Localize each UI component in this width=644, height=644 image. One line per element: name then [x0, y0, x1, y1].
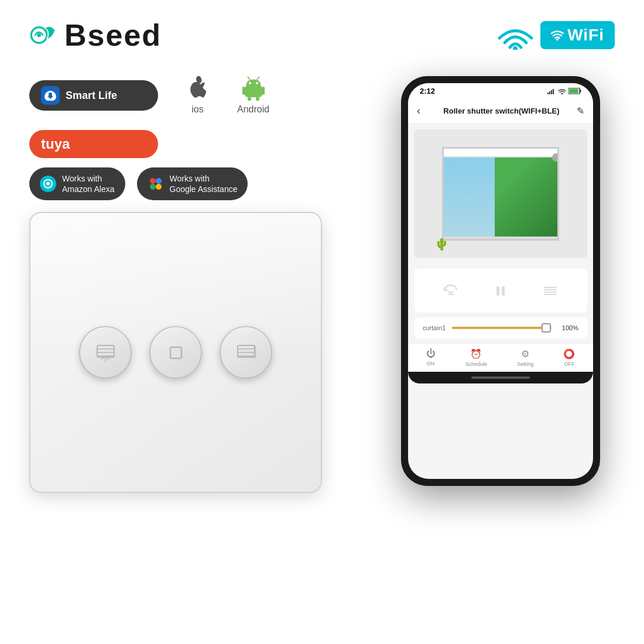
- signal-icon: [547, 88, 556, 94]
- header: Bseed WiFi: [0, 0, 644, 64]
- slider-thumb[interactable]: [542, 323, 551, 333]
- switch-device: [29, 212, 322, 493]
- phone-time: 2:12: [420, 87, 435, 95]
- nav-schedule[interactable]: ⏰ Schedule: [465, 348, 488, 367]
- svg-rect-39: [553, 89, 554, 94]
- right-panel: 2:12: [386, 70, 615, 493]
- window-illustration: 🌵: [414, 129, 587, 258]
- svg-point-40: [561, 93, 563, 94]
- alexa-icon: [40, 176, 56, 192]
- roll-up-icon: [93, 340, 119, 366]
- platform-row: ios: [187, 76, 269, 115]
- switch-buttons: [79, 326, 272, 379]
- nav-setting[interactable]: ⚙ Setting: [517, 348, 533, 367]
- tuya-badge: tuya: [29, 130, 158, 158]
- wifi-badge: WiFi: [496, 20, 615, 50]
- badges-area: Smart Life ios: [29, 70, 363, 200]
- pause-button[interactable]: [487, 278, 513, 304]
- phone-bottom-nav: ⏻ ON ⏰ Schedule ⚙ Setting ⭕ OFF: [408, 343, 593, 372]
- wifi-label-box: WiFi: [540, 21, 615, 49]
- window-frame: [442, 147, 559, 241]
- cactus-decoration: 🌵: [434, 237, 449, 251]
- rotate-button[interactable]: [437, 278, 464, 304]
- rotate-icon: [440, 280, 461, 302]
- off-icon: ⭕: [563, 348, 575, 359]
- svg-rect-38: [551, 90, 552, 94]
- brand-icon: [29, 20, 59, 50]
- stop-icon: [163, 340, 189, 366]
- svg-rect-27: [170, 347, 181, 358]
- google-icon: [148, 176, 164, 192]
- wifi-status-icon: [558, 88, 566, 94]
- screen-title: Roller shutter switch(WIFI+BLE): [426, 107, 577, 115]
- roll-down-icon: [233, 340, 259, 366]
- svg-rect-28: [238, 345, 255, 357]
- switch-btn-stop[interactable]: [149, 326, 202, 379]
- svg-rect-45: [502, 286, 505, 296]
- svg-point-6: [249, 82, 251, 84]
- svg-point-16: [150, 178, 156, 184]
- svg-line-9: [257, 77, 259, 80]
- android-platform: Android: [237, 76, 269, 115]
- nav-off[interactable]: ⭕ OFF: [563, 348, 575, 367]
- compatibility-row: Works with Amazon Alexa Wor: [29, 167, 363, 200]
- svg-rect-43: [570, 89, 578, 94]
- slider-value: 100%: [558, 324, 578, 331]
- ios-label: ios: [191, 104, 203, 115]
- svg-point-3: [556, 39, 559, 41]
- wifi-icon-small: [551, 30, 564, 40]
- home-indicator: [408, 372, 593, 383]
- back-button[interactable]: ‹: [417, 105, 420, 117]
- svg-line-8: [248, 77, 250, 80]
- schedule-icon: ⏰: [470, 348, 482, 359]
- svg-rect-42: [580, 90, 581, 93]
- smart-life-icon: [41, 86, 60, 105]
- svg-point-1: [37, 33, 41, 37]
- blind-handle: [552, 153, 559, 162]
- wifi-label-text: WiFi: [567, 26, 604, 44]
- switch-btn-down[interactable]: [220, 326, 272, 379]
- wifi-signal-icon: [496, 20, 535, 50]
- pause-icon: [490, 280, 511, 302]
- google-text: Works with Google Assistance: [170, 173, 238, 194]
- setting-icon: ⚙: [521, 348, 529, 359]
- switch-btn-up[interactable]: [79, 326, 132, 379]
- brand-logo: Bseed: [29, 18, 162, 53]
- close-shutter-icon: [540, 280, 561, 302]
- ios-platform: ios: [187, 76, 208, 115]
- android-label: Android: [237, 104, 269, 115]
- google-badge: Works with Google Assistance: [137, 167, 248, 200]
- svg-rect-5: [245, 85, 262, 97]
- alexa-badge: Works with Amazon Alexa: [29, 167, 125, 200]
- close-button[interactable]: [537, 278, 564, 304]
- left-panel: Smart Life ios: [29, 70, 363, 493]
- phone-nav-bar: ‹ Roller shutter switch(WIFI+BLE) ✎: [408, 99, 593, 124]
- svg-rect-20: [97, 345, 114, 357]
- svg-rect-10: [242, 87, 245, 95]
- svg-rect-13: [256, 97, 259, 101]
- smart-life-badge: Smart Life: [29, 80, 158, 111]
- battery-icon: [568, 88, 581, 94]
- tuya-label: tuya: [41, 136, 70, 152]
- blind-strip: [444, 149, 557, 157]
- svg-rect-36: [547, 93, 549, 94]
- slider-area: curtain1 100%: [414, 317, 587, 338]
- slider-fill: [452, 327, 547, 329]
- svg-point-32: [254, 347, 256, 348]
- curtain-label: curtain1: [423, 324, 446, 331]
- svg-rect-12: [248, 97, 251, 101]
- svg-point-18: [150, 184, 156, 190]
- on-icon: ⏻: [426, 348, 436, 359]
- nav-on[interactable]: ⏻ ON: [426, 348, 436, 367]
- alexa-text: Works with Amazon Alexa: [62, 173, 115, 194]
- window-sill: [442, 237, 559, 241]
- svg-point-7: [256, 82, 258, 84]
- slider-track[interactable]: [452, 327, 552, 329]
- window-left-pane: [444, 149, 495, 239]
- tuya-row: tuya: [29, 130, 363, 158]
- svg-point-35: [254, 355, 256, 357]
- edit-button[interactable]: ✎: [577, 105, 584, 117]
- svg-point-17: [156, 178, 162, 184]
- apple-icon: [187, 76, 208, 101]
- brand-name: Bseed: [64, 18, 162, 53]
